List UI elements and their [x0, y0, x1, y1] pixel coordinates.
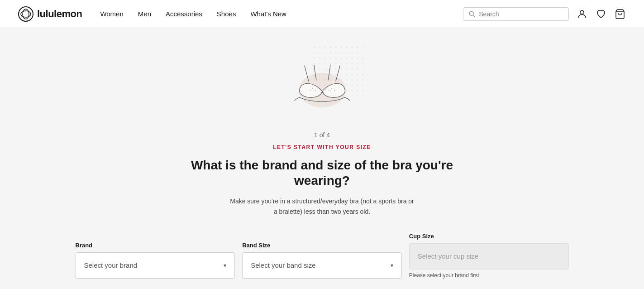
logo-link[interactable]: lululemon — [18, 6, 82, 22]
nav-item-women[interactable]: Women — [100, 10, 123, 18]
brand-chevron-icon: ▾ — [224, 262, 226, 269]
cup-size-note: Please select your brand first — [409, 272, 569, 279]
brand-label: Brand — [76, 242, 235, 249]
dot-grid-decoration — [313, 46, 367, 101]
cup-size-dropdown: Select your cup size — [409, 243, 569, 270]
wishlist-icon[interactable] — [595, 8, 607, 20]
illustration-container — [277, 46, 367, 128]
nav-item-accessories[interactable]: Accessories — [166, 10, 202, 18]
account-icon[interactable] — [576, 8, 588, 20]
cup-size-label: Cup Size — [409, 233, 569, 240]
search-icon — [469, 10, 475, 18]
band-size-placeholder: Select your band size — [251, 261, 315, 269]
selectors-row: Brand Select your brand ▾ Band Size Sele… — [76, 233, 569, 279]
cup-size-placeholder: Select your cup size — [418, 252, 478, 260]
brand-dropdown[interactable]: Select your brand ▾ — [76, 252, 235, 279]
svg-line-4 — [473, 15, 475, 17]
band-size-dropdown[interactable]: Select your band size ▾ — [242, 252, 402, 279]
logo-text: lululemon — [37, 8, 82, 20]
nav-item-men[interactable]: Men — [138, 10, 151, 18]
step-description: Make sure you're in a structured/everyda… — [230, 196, 414, 217]
main-nav: Women Men Accessories Shoes What's New — [100, 10, 463, 18]
band-size-chevron-icon: ▾ — [391, 262, 393, 269]
svg-point-10 — [310, 90, 310, 91]
search-box[interactable] — [463, 7, 569, 21]
band-size-selector-group: Band Size Select your band size ▾ — [242, 242, 402, 279]
svg-rect-8 — [313, 46, 367, 101]
logo-icon — [18, 6, 33, 22]
step-title: What is the brand and size of the bra yo… — [164, 158, 481, 188]
navbar: lululemon Women Men Accessories Shoes Wh… — [0, 0, 644, 28]
brand-placeholder: Select your brand — [84, 261, 138, 269]
nav-item-shoes[interactable]: Shoes — [217, 10, 236, 18]
search-input[interactable] — [479, 10, 563, 18]
cup-size-selector-group: Cup Size Select your cup size Please sel… — [409, 233, 569, 279]
svg-point-5 — [580, 10, 584, 14]
step-indicator: 1 of 4 — [314, 131, 330, 139]
navbar-actions — [463, 7, 626, 21]
step-subtitle: LET'S START WITH YOUR SIZE — [273, 144, 371, 150]
nav-item-whats-new[interactable]: What's New — [250, 10, 286, 18]
main-content: 1 of 4 LET'S START WITH YOUR SIZE What i… — [0, 28, 644, 289]
band-size-label: Band Size — [242, 242, 402, 249]
cart-icon[interactable] — [614, 8, 626, 20]
brand-selector-group: Brand Select your brand ▾ — [76, 242, 235, 279]
